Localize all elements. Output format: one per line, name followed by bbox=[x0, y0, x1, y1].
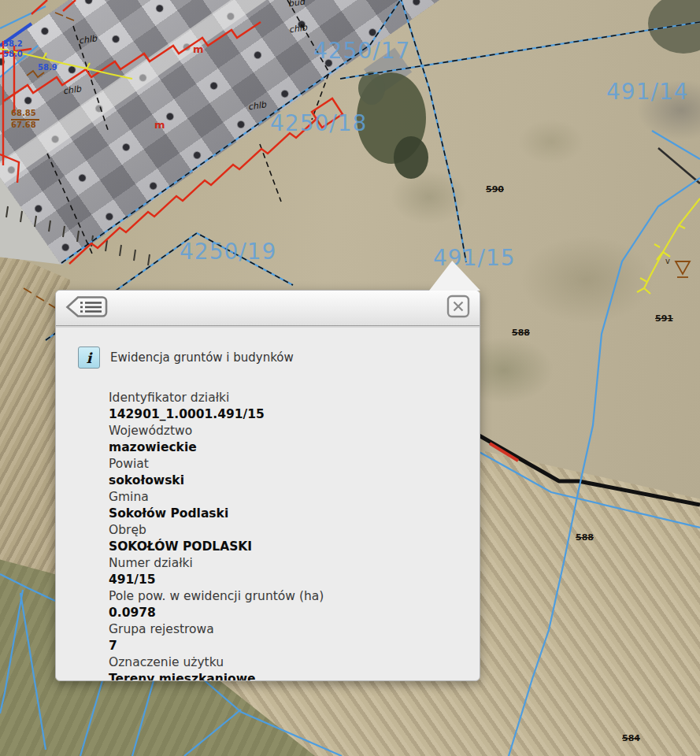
field-value: 142901_1.0001.491/15 bbox=[109, 406, 480, 423]
field-value-clipped: Tereny mieszkaniowe bbox=[109, 671, 480, 681]
field-value: 491/15 bbox=[109, 572, 480, 588]
field-value: mazowieckie bbox=[109, 439, 480, 456]
elevation-label: 67.68 bbox=[11, 120, 36, 129]
elevation-label: 58.0 bbox=[3, 50, 23, 58]
parcel-label: 491/14 bbox=[606, 79, 689, 105]
field-value: 7 bbox=[109, 638, 480, 654]
parcel-label: 491/15 bbox=[433, 245, 516, 271]
field-value: Sokołów Podlaski bbox=[109, 506, 480, 522]
field-label: Pole pow. w ewidencji gruntów (ha) bbox=[109, 588, 480, 605]
parcel-label: 4250/19 bbox=[180, 239, 276, 265]
field-label: Gmina bbox=[109, 489, 480, 506]
parcel-label: 4250/17 bbox=[313, 38, 410, 64]
field-value: 0.0978 bbox=[109, 605, 480, 621]
survey-point-label: 588 bbox=[512, 328, 530, 338]
info-icon: i bbox=[78, 346, 100, 369]
field-label: Województwo bbox=[109, 423, 480, 439]
survey-point-label: 591 bbox=[655, 313, 673, 324]
field-label: Obręb bbox=[109, 522, 480, 539]
survey-point-label: 590 bbox=[486, 184, 504, 195]
field-label: Grupa rejestrowa bbox=[109, 621, 480, 638]
utility-mark-label: v bbox=[665, 257, 670, 265]
building-function-label: m bbox=[193, 43, 204, 55]
field-label: Oznaczenie użytku bbox=[109, 654, 480, 671]
field-label: Numer działki bbox=[109, 555, 480, 572]
elevation-label: 68.85 bbox=[11, 109, 36, 117]
field-value: sokołowski bbox=[109, 472, 480, 489]
survey-point-label: 588 bbox=[576, 532, 594, 543]
close-button[interactable] bbox=[446, 295, 470, 321]
parcel-label: 4250/18 bbox=[270, 110, 367, 136]
field-label: Powiat bbox=[109, 456, 480, 472]
popup-body: i Ewidencja gruntów i budynków Identyfik… bbox=[56, 326, 480, 681]
building-function-label: m bbox=[154, 119, 165, 131]
map-viewport: 4250/17 4250/18 4250/19 491/14 491/15 59… bbox=[0, 0, 700, 756]
close-icon bbox=[446, 295, 470, 318]
elevation-label: 58.9 bbox=[38, 63, 57, 72]
field-value: SOKOŁÓW PODLASKI bbox=[109, 539, 480, 555]
popup-header bbox=[56, 291, 480, 326]
parcel-info-popup: i Ewidencja gruntów i budynków Identyfik… bbox=[55, 290, 480, 681]
parcel-attributes: Identyfikator działki 142901_1.0001.491/… bbox=[78, 390, 480, 681]
survey-point-label: 584 bbox=[622, 733, 640, 743]
results-list-button[interactable] bbox=[64, 295, 109, 322]
elevation-label: 58.2 bbox=[3, 39, 23, 48]
field-label: Identyfikator działki bbox=[109, 390, 480, 406]
popup-title: Ewidencja gruntów i budynków bbox=[110, 350, 294, 365]
list-icon bbox=[64, 295, 109, 320]
